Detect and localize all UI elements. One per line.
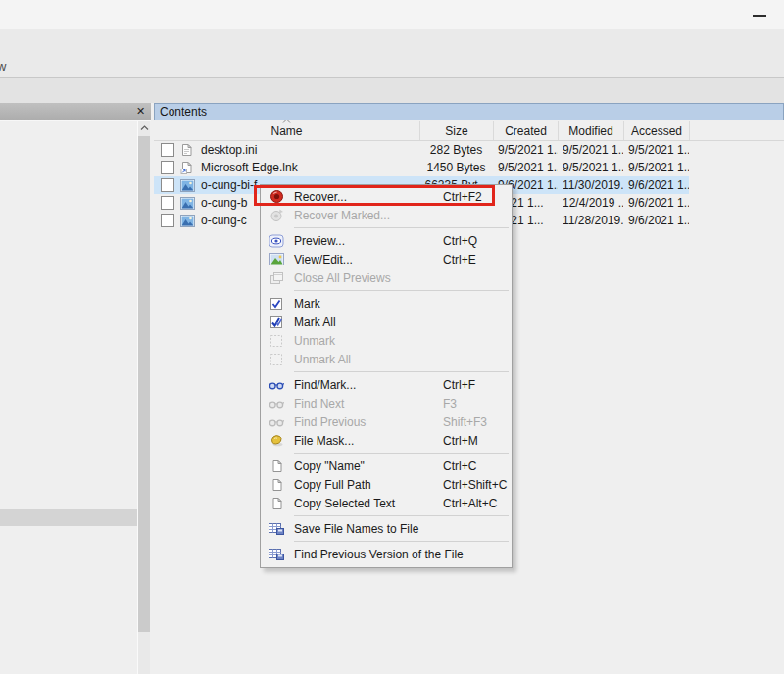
column-header-size[interactable]: Size <box>419 121 493 140</box>
menu-item-label: File Mask... <box>294 434 354 448</box>
left-panel-header: ✕ <box>0 103 151 121</box>
copy-icon <box>269 496 284 511</box>
menu-item-shortcut: Ctrl+Shift+C <box>443 478 507 492</box>
find-previous-icon <box>269 414 284 430</box>
menu-item-copy-name[interactable]: Copy "Name"Ctrl+C <box>261 457 512 475</box>
view-edit-icon <box>269 252 284 267</box>
menu-item-find-previous-version-of-the-file[interactable]: Find Previous Version of the File <box>261 545 512 563</box>
table-row[interactable]: desktop.ini282 Bytes9/5/2021 1...9/5/202… <box>154 141 689 159</box>
left-panel: ✕ <box>0 103 151 674</box>
row-checkbox[interactable] <box>161 161 174 174</box>
file-name: Microsoft Edge.lnk <box>201 161 298 174</box>
file-name-cell: desktop.ini <box>154 143 419 157</box>
file-accessed-cell: 9/6/2021 1... <box>623 214 689 227</box>
shortcut-icon <box>180 161 195 174</box>
annotation-rectangle <box>254 185 495 206</box>
column-header-name[interactable]: Name <box>154 121 419 140</box>
menu-item-file-mask[interactable]: File Mask...Ctrl+M <box>261 431 512 450</box>
column-header-modified[interactable]: Modified <box>558 121 623 140</box>
menu-item-save-file-names-to-file[interactable]: Save File Names to File <box>261 519 512 538</box>
menu-item-label: Copy Selected Text <box>294 497 395 510</box>
row-checkbox[interactable] <box>161 214 174 227</box>
menu-item-label: View/Edit... <box>294 253 353 266</box>
menu-item-preview[interactable]: Preview...Ctrl+Q <box>261 231 512 250</box>
column-header-label: Name <box>270 124 302 138</box>
column-header-label: Size <box>445 124 467 138</box>
scrollbar-thumb[interactable] <box>138 136 150 632</box>
find-previous-version-icon <box>269 547 284 562</box>
menu-item-label: Copy Full Path <box>294 478 371 492</box>
menu-item-label: Copy "Name" <box>294 459 365 473</box>
menu-item-find-mark[interactable]: Find/Mark...Ctrl+F <box>261 375 512 394</box>
file-modified-cell: 9/5/2021 1... <box>558 143 623 157</box>
left-panel-selected-item[interactable] <box>0 509 137 526</box>
row-checkbox[interactable] <box>161 143 174 157</box>
menu-item-mark-all[interactable]: Mark All <box>261 313 512 331</box>
image-icon <box>180 196 195 210</box>
secondary-toolbar-area <box>0 78 784 103</box>
menu-item-unmark-all: Unmark All <box>261 350 512 368</box>
file-accessed-cell: 9/6/2021 1... <box>623 196 689 210</box>
file-mask-icon <box>269 433 284 449</box>
column-header-created[interactable]: Created <box>493 121 558 140</box>
unmark-all-icon <box>269 352 284 367</box>
save-file-names-icon <box>269 521 284 537</box>
column-header-filler <box>689 121 784 140</box>
menu-separator <box>294 453 509 454</box>
minimize-button[interactable] <box>747 8 772 24</box>
file-size-cell: 1450 Bytes <box>419 161 493 174</box>
close-all-previews-icon <box>269 270 284 286</box>
file-created-cell: 9/5/2021 1... <box>493 161 558 174</box>
table-row[interactable]: Microsoft Edge.lnk1450 Bytes9/5/2021 1..… <box>154 159 689 176</box>
column-header-accessed[interactable]: Accessed <box>623 121 689 140</box>
menu-item-label: Mark All <box>294 315 336 329</box>
file-size-cell: 282 Bytes <box>419 143 493 157</box>
row-checkbox[interactable] <box>161 196 174 210</box>
unmark-icon <box>269 333 284 349</box>
menu-item-label: Find Previous <box>294 415 366 429</box>
file-created-cell: 9/5/2021 1... <box>493 143 558 157</box>
file-modified-cell: 12/4/2019 ... <box>558 196 623 210</box>
application-window: w ✕ Contents NameSizeCreatedModifiedAcce… <box>0 0 784 674</box>
file-name: o-cung-c <box>201 214 247 227</box>
close-panel-button[interactable]: ✕ <box>133 104 148 119</box>
menu-separator <box>294 290 509 291</box>
menu-item-label: Save File Names to File <box>294 522 418 536</box>
column-header-label: Modified <box>568 124 612 138</box>
row-checkbox[interactable] <box>161 178 174 192</box>
menu-item-copy-full-path[interactable]: Copy Full PathCtrl+Shift+C <box>261 475 512 494</box>
menu-item-label: Find Next <box>294 397 344 410</box>
file-name: desktop.ini <box>201 143 257 157</box>
file-name: o-cung-b <box>201 196 247 210</box>
file-modified-cell: 11/30/2019... <box>558 178 623 192</box>
file-accessed-cell: 9/5/2021 1... <box>623 143 689 157</box>
toolbar-partial-text: w <box>0 59 6 73</box>
menu-item-view-edit[interactable]: View/Edit...Ctrl+E <box>261 250 512 268</box>
minimize-icon <box>753 15 766 17</box>
window-title-strip <box>0 0 784 29</box>
image-icon <box>180 178 195 192</box>
left-panel-scrollbar[interactable] <box>137 121 150 674</box>
menu-item-label: Mark <box>294 297 320 311</box>
menu-item-label: Close All Previews <box>294 271 391 285</box>
menu-item-shortcut: Ctrl+C <box>443 459 476 473</box>
menu-separator <box>294 515 509 516</box>
sort-ascending-icon <box>282 119 291 123</box>
menu-item-unmark: Unmark <box>261 331 512 350</box>
menu-item-copy-selected-text[interactable]: Copy Selected TextCtrl+Alt+C <box>261 494 512 512</box>
image-icon <box>180 214 195 227</box>
menu-item-mark[interactable]: Mark <box>261 294 512 313</box>
menu-item-label: Unmark <box>294 334 335 348</box>
menu-item-find-next: Find NextF3 <box>261 394 512 412</box>
menu-item-find-previous: Find PreviousShift+F3 <box>261 412 512 431</box>
menu-item-label: Unmark All <box>294 353 351 366</box>
recover-marked-icon <box>269 208 284 223</box>
copy-icon <box>269 477 284 493</box>
column-header-row: NameSizeCreatedModifiedAccessed <box>154 121 784 141</box>
contents-title-bar: Contents <box>154 103 784 120</box>
preview-icon <box>269 233 284 249</box>
menu-item-shortcut: Shift+F3 <box>443 415 487 429</box>
file-name-cell: Microsoft Edge.lnk <box>154 161 419 174</box>
column-header-label: Accessed <box>631 124 682 138</box>
scroll-up-icon[interactable] <box>138 121 150 134</box>
